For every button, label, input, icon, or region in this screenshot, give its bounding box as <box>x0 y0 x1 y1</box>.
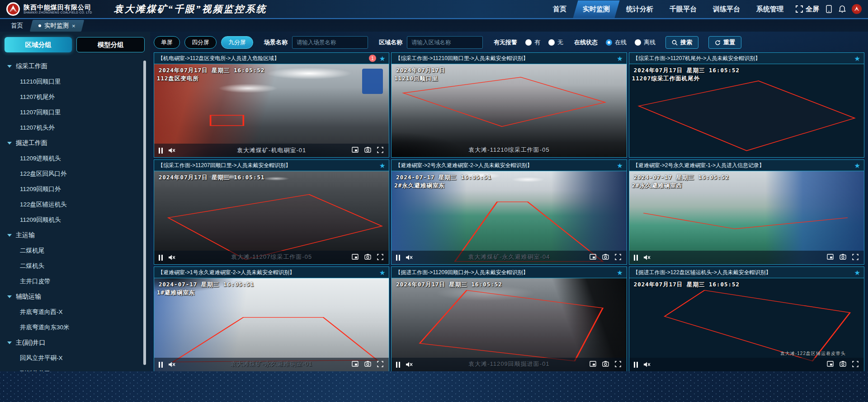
nav-item-realtime-monitor[interactable]: 实时监测 <box>576 0 617 18</box>
tree-group-main-transport[interactable]: 主运输 <box>0 228 150 243</box>
video-feed[interactable]: 2024年07月17日 星期三 16:05:51 袁大滩-11207综采工作面-… <box>154 171 389 264</box>
stream-switch-icon[interactable] <box>352 254 359 261</box>
nav-item-statistics[interactable]: 统计分析 <box>619 0 660 18</box>
tree-item[interactable]: 11209进顺机头 <box>0 151 150 166</box>
fullscreen-video-icon[interactable] <box>615 361 622 368</box>
stream-switch-icon[interactable] <box>827 254 834 261</box>
tree-group-aux-transport[interactable]: 辅助运输 <box>0 289 150 304</box>
stream-switch-icon[interactable] <box>352 147 359 154</box>
video-feed[interactable]: 2024年07月17日 星期三 16:05:52 112盘区变电所 袁大滩煤矿-… <box>154 64 389 157</box>
nav-item-training-platform[interactable]: 训练平台 <box>706 0 747 18</box>
video-feed[interactable]: 2024年07月17日 星期三 16:05:52 11207综采工作面机尾外 <box>629 64 864 157</box>
pause-icon[interactable] <box>634 255 638 261</box>
tree-item[interactable]: 井底弯道向东30米 <box>0 320 150 335</box>
stream-switch-icon[interactable] <box>590 361 597 368</box>
video-feed[interactable]: 2024年07月17日 11210回顺口里 袁大滩-11210综采工作面-05 <box>392 64 626 157</box>
sidebar-tab-area-group[interactable]: 区域分组 <box>5 37 72 52</box>
nav-item-system-management[interactable]: 系统管理 <box>749 0 791 18</box>
tree-item[interactable]: 回风立井平硐-X <box>0 351 150 366</box>
fullscreen-video-icon[interactable] <box>377 361 384 368</box>
favorite-star-icon[interactable]: ★ <box>617 162 623 169</box>
stream-switch-icon[interactable] <box>590 254 597 261</box>
tree-group-fully-mechanized[interactable]: 综采工作面 <box>0 59 150 74</box>
pause-icon[interactable] <box>396 255 400 261</box>
video-feed[interactable]: 2024-07-17 星期三 16:05:51 1#避难硐室东 袁大滩煤矿-永久… <box>154 278 389 371</box>
fullscreen-video-icon[interactable] <box>852 254 859 261</box>
fullscreen-video-icon[interactable] <box>377 147 384 154</box>
stream-switch-icon[interactable] <box>352 361 359 368</box>
fullscreen-video-icon[interactable] <box>852 361 859 368</box>
mute-icon[interactable] <box>168 147 175 154</box>
stream-switch-icon[interactable] <box>827 361 834 368</box>
tree-item[interactable]: 井底弯道向西-X <box>0 304 150 320</box>
tree-item[interactable]: 122盘区回风口外 <box>0 166 150 182</box>
snapshot-icon[interactable] <box>602 254 609 261</box>
favorite-star-icon[interactable]: ★ <box>854 269 860 276</box>
tree-item[interactable]: 二煤机尾 <box>0 243 150 258</box>
favorite-star-icon[interactable]: ★ <box>854 162 860 169</box>
mute-icon[interactable] <box>643 361 651 368</box>
alarm-no-radio[interactable]: 无 <box>548 38 563 47</box>
fullscreen-video-icon[interactable] <box>377 254 384 261</box>
video-feed[interactable]: 2024年07月17日 星期三 16:05:52 袁大滩-122盘区辅运巷皮带头 <box>629 278 864 371</box>
tab-realtime-monitor[interactable]: 实时监测 × <box>30 20 84 32</box>
snapshot-icon[interactable] <box>364 361 372 368</box>
layout-quad-button[interactable]: 四分屏 <box>184 36 217 49</box>
fullscreen-video-icon[interactable] <box>615 254 622 261</box>
tree-item[interactable]: 11207回顺口里 <box>0 105 150 120</box>
favorite-star-icon[interactable]: ★ <box>379 162 385 169</box>
online-radio[interactable]: 在线 <box>606 38 627 47</box>
nav-item-home[interactable]: 首页 <box>546 0 574 18</box>
layout-single-button[interactable]: 单屏 <box>154 36 180 49</box>
alarm-yes-radio[interactable]: 有 <box>525 38 540 47</box>
notification-bell-icon[interactable] <box>838 5 846 13</box>
brand-emblem-icon[interactable] <box>852 4 862 14</box>
nav-item-qianyan-platform[interactable]: 千眼平台 <box>662 0 704 18</box>
tree-item[interactable]: 11207机头外 <box>0 120 150 136</box>
layout-nine-button[interactable]: 九分屏 <box>221 36 253 49</box>
tree-item[interactable]: 11207机尾外 <box>0 89 150 105</box>
pause-icon[interactable] <box>396 362 400 368</box>
scene-name-input[interactable] <box>292 36 368 49</box>
tree-item[interactable]: 122盘区辅运机头 <box>0 197 150 212</box>
mobile-app-icon[interactable] <box>825 5 833 13</box>
favorite-star-icon[interactable]: ★ <box>617 269 623 276</box>
fullscreen-button[interactable]: 全屏 <box>795 5 819 14</box>
sidebar-scrollbar[interactable] <box>143 61 146 365</box>
favorite-star-icon[interactable]: ★ <box>617 55 623 62</box>
tree-item[interactable]: 主井口皮带 <box>0 274 150 289</box>
snapshot-icon[interactable] <box>602 361 609 368</box>
mute-icon[interactable] <box>168 254 175 261</box>
tree-group-main-shaft[interactable]: 主(副)井口 <box>0 335 150 351</box>
snapshot-icon[interactable] <box>840 254 847 261</box>
sidebar-tab-model-group[interactable]: 模型分组 <box>76 37 145 52</box>
snapshot-icon[interactable] <box>840 361 847 368</box>
tree-item[interactable]: 二煤机头 <box>0 258 150 274</box>
video-feed[interactable]: 2024年07月17日 星期三 16:05:52 袁大滩-11209回顺掘进面-… <box>392 278 626 371</box>
tree-item[interactable]: 副斜井井口 <box>0 366 150 371</box>
favorite-star-icon[interactable]: ★ <box>379 55 385 62</box>
reset-button[interactable]: 重置 <box>708 36 741 49</box>
snapshot-icon[interactable] <box>364 254 372 261</box>
mute-icon[interactable] <box>406 361 413 368</box>
pause-icon[interactable] <box>159 148 163 154</box>
pause-icon[interactable] <box>159 362 163 368</box>
snapshot-icon[interactable] <box>364 147 372 154</box>
favorite-star-icon[interactable]: ★ <box>379 269 385 276</box>
mute-icon[interactable] <box>168 361 175 368</box>
area-name-input[interactable] <box>407 36 483 49</box>
offline-radio[interactable]: 离线 <box>635 38 656 47</box>
search-button[interactable]: 搜索 <box>665 36 698 49</box>
tree-group-tunneling[interactable]: 掘进工作面 <box>0 136 150 151</box>
tree-item[interactable]: 11209回顺口外 <box>0 182 150 197</box>
tab-close-icon[interactable]: × <box>72 23 75 29</box>
favorite-star-icon[interactable]: ★ <box>854 55 860 62</box>
pause-icon[interactable] <box>634 362 638 368</box>
mute-icon[interactable] <box>643 254 651 261</box>
tree-item[interactable]: 11209回顺机头 <box>0 212 150 228</box>
video-feed[interactable]: 2024-07-17 星期三 16:05:51 2#永久避难硐室东 袁大滩煤矿-… <box>392 171 626 264</box>
video-feed[interactable]: 2024-07-17 星期三 16:05:52 2#永久避难硐室西 <box>629 171 864 264</box>
tab-home[interactable]: 首页 <box>0 20 31 32</box>
tree-item[interactable]: 11210回顺口里 <box>0 74 150 89</box>
mute-icon[interactable] <box>406 254 413 261</box>
